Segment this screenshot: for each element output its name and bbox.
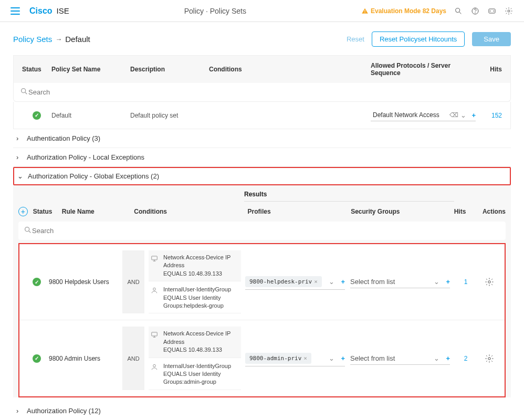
breadcrumb-arrow-icon: →: [55, 35, 62, 43]
hits-value: 152: [481, 112, 502, 119]
svg-rect-17: [152, 332, 158, 336]
rules-table-head: + Status Rule Name Conditions Profiles S…: [18, 202, 506, 222]
svg-point-21: [488, 357, 491, 360]
svg-point-2: [456, 8, 460, 12]
results-label: Results: [244, 191, 454, 202]
svg-point-20: [153, 364, 156, 367]
col-proto: Allowed Protocols / Server Sequence: [371, 62, 481, 77]
chevron-right-icon: ›: [16, 153, 24, 161]
search-icon[interactable]: [454, 6, 463, 16]
rules-search-input[interactable]: [32, 227, 500, 235]
add-profile-icon[interactable]: +: [341, 278, 345, 286]
add-protocol-icon[interactable]: +: [471, 111, 476, 119]
rule-conditions: Network Access·Device IP AddressEQUALS 1…: [144, 250, 245, 313]
rule-conditions: Network Access·Device IP AddressEQUALS 1…: [144, 327, 245, 390]
svg-point-8: [22, 89, 26, 93]
breadcrumb-bar: Policy Sets → Default Reset Reset Policy…: [0, 22, 524, 52]
ops-icon[interactable]: [487, 6, 497, 16]
col-status: Status: [22, 66, 51, 73]
svg-rect-12: [152, 256, 158, 260]
profile-select[interactable]: 9800-helpdesk-priv× ⌄ +: [245, 274, 345, 290]
svg-point-16: [488, 281, 491, 284]
svg-point-15: [153, 288, 156, 291]
search-icon: [24, 226, 32, 236]
svg-line-3: [459, 12, 461, 14]
chevron-down-icon[interactable]: ⌄: [329, 278, 334, 286]
chevron-down-icon[interactable]: ⌄: [329, 354, 334, 362]
rules-search[interactable]: [18, 222, 506, 240]
svg-line-11: [29, 231, 30, 233]
policy-set-desc: Default policy set: [130, 112, 209, 119]
accordion-authz-policy[interactable]: › Authorization Policy (12): [13, 402, 511, 420]
reset-link[interactable]: Reset: [347, 35, 364, 43]
add-security-group-icon[interactable]: +: [446, 354, 450, 362]
breadcrumb-current: Default: [65, 35, 90, 44]
breadcrumb-root[interactable]: Policy Sets: [13, 35, 52, 44]
status-ok-icon: [33, 354, 41, 363]
page-title: Policy · Policy Sets: [69, 7, 361, 15]
policy-set-search-input[interactable]: [28, 88, 504, 96]
svg-rect-0: [364, 10, 365, 12]
rules-list: 9800 Helpdesk Users AND Network Access·D…: [18, 243, 506, 397]
rule-actions-gear[interactable]: [476, 277, 502, 287]
svg-point-5: [475, 13, 476, 13]
reset-hitcounts-button[interactable]: Reset Policyset Hitcounts: [372, 32, 465, 47]
profile-select[interactable]: 9800-admin-priv× ⌄ +: [245, 351, 345, 366]
status-ok-icon: [33, 111, 41, 120]
svg-rect-1: [364, 12, 365, 13]
policy-set-name: Default: [51, 112, 130, 119]
rules-panel: Results + Status Rule Name Conditions Pr…: [13, 185, 511, 397]
rule-name: 9800 Helpdesk Users: [49, 278, 122, 286]
chevron-down-icon[interactable]: ⌄: [434, 354, 439, 362]
help-icon[interactable]: [470, 6, 480, 16]
rule-actions-gear[interactable]: [476, 354, 502, 363]
status-ok-icon: [33, 278, 41, 286]
add-rule-button[interactable]: +: [18, 207, 28, 216]
accordion-authn-policy[interactable]: › Authentication Policy (3): [13, 129, 511, 148]
svg-line-9: [25, 92, 27, 94]
add-security-group-icon[interactable]: +: [446, 278, 450, 286]
chevron-right-icon: ›: [16, 407, 24, 415]
chevron-down-icon: ⌄: [17, 172, 25, 180]
rule-row[interactable]: 9800 Admin Users AND Network Access·Devi…: [19, 320, 505, 396]
brand-cisco: Cisco: [29, 6, 53, 16]
rule-row[interactable]: 9800 Helpdesk Users AND Network Access·D…: [19, 244, 505, 320]
security-group-select[interactable]: Select from list ⌄ +: [350, 276, 450, 288]
col-desc: Description: [130, 66, 209, 73]
remove-chip-icon[interactable]: ×: [314, 278, 318, 285]
policy-set-row-default[interactable]: Default Default policy set Default Netwo…: [13, 102, 511, 129]
remove-chip-icon[interactable]: ×: [303, 355, 307, 362]
user-icon: [151, 287, 159, 296]
save-button[interactable]: Save: [472, 32, 511, 46]
col-name: Policy Set Name: [51, 66, 130, 73]
security-group-select[interactable]: Select from list ⌄ +: [350, 352, 450, 365]
allowed-protocols-select[interactable]: Default Network Access ⌫ ⌄ +: [371, 109, 476, 121]
col-cond: Conditions: [209, 66, 371, 73]
monitor-icon: [151, 331, 159, 340]
chevron-right-icon: ›: [16, 134, 24, 142]
policy-set-table-head: Status Policy Set Name Description Condi…: [13, 55, 511, 83]
profile-chip[interactable]: 9800-admin-priv×: [245, 353, 311, 364]
and-label: AND: [122, 250, 144, 313]
accordion-authz-local[interactable]: › Authorization Policy - Local Exception…: [13, 148, 511, 167]
policy-set-search[interactable]: [13, 83, 511, 102]
brand-ise: ISE: [57, 6, 69, 15]
rule-name: 9800 Admin Users: [49, 355, 122, 362]
chevron-down-icon[interactable]: ⌄: [434, 278, 439, 286]
menu-icon[interactable]: [11, 7, 20, 15]
accordion-authz-global[interactable]: ⌄ Authorization Policy - Global Exceptio…: [13, 167, 511, 185]
and-label: AND: [122, 327, 144, 390]
clear-icon[interactable]: ⌫: [449, 111, 458, 119]
svg-point-7: [508, 10, 510, 12]
profile-chip[interactable]: 9800-helpdesk-priv×: [245, 276, 322, 287]
monitor-icon: [151, 255, 159, 264]
gear-icon[interactable]: [504, 6, 513, 16]
svg-point-10: [25, 227, 29, 232]
top-bar: Cisco ISE Policy · Policy Sets Evaluatio…: [0, 0, 524, 22]
evaluation-mode-badge[interactable]: Evaluation Mode 82 Days: [361, 7, 446, 15]
col-hits: Hits: [481, 66, 502, 73]
chevron-down-icon[interactable]: ⌄: [460, 111, 466, 119]
user-icon: [151, 363, 159, 373]
add-profile-icon[interactable]: +: [341, 354, 345, 362]
warning-icon: [361, 7, 369, 15]
